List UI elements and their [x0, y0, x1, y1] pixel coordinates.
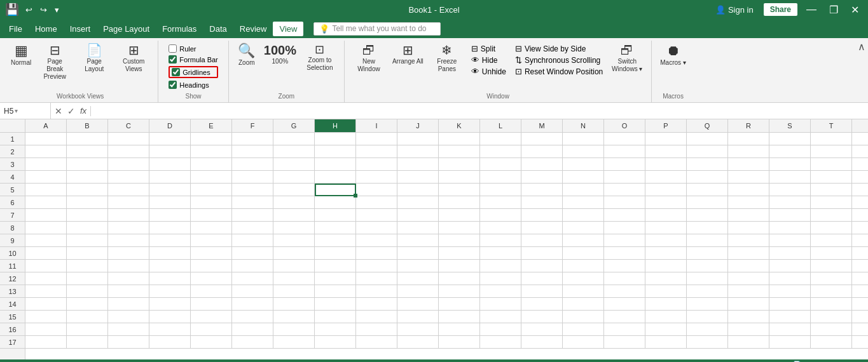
cell-17-2[interactable]: [67, 336, 108, 349]
cell-8-18[interactable]: [728, 222, 769, 234]
cell-17-13[interactable]: [521, 336, 563, 349]
cell-6-11[interactable]: [439, 196, 480, 209]
cell-9-12[interactable]: [480, 234, 521, 247]
cell-14-18[interactable]: [728, 298, 769, 311]
cell-5-21[interactable]: [852, 184, 868, 196]
cell-7-21[interactable]: [852, 209, 868, 222]
cell-4-15[interactable]: [604, 171, 645, 184]
cell-5-18[interactable]: [728, 184, 769, 196]
cell-10-5[interactable]: [191, 247, 232, 260]
cell-16-5[interactable]: [191, 323, 232, 336]
cell-7-11[interactable]: [439, 209, 480, 222]
cell-3-13[interactable]: [521, 158, 563, 171]
cell-1-1[interactable]: [25, 133, 67, 145]
cell-13-17[interactable]: [687, 285, 728, 298]
cell-7-19[interactable]: [769, 209, 811, 222]
cell-13-5[interactable]: [191, 285, 232, 298]
cell-8-5[interactable]: [191, 222, 232, 234]
cell-13-18[interactable]: [728, 285, 769, 298]
cell-1-9[interactable]: [356, 133, 397, 145]
cell-6-6[interactable]: [232, 196, 273, 209]
cell-13-8[interactable]: [315, 285, 356, 298]
cell-15-5[interactable]: [191, 311, 232, 323]
cell-10-15[interactable]: [604, 247, 645, 260]
col-header-d[interactable]: D: [149, 119, 191, 132]
reset-window-position-btn[interactable]: ⊡ Reset Window Position: [514, 66, 604, 77]
cell-10-2[interactable]: [67, 247, 108, 260]
cell-3-12[interactable]: [480, 158, 521, 171]
cell-8-4[interactable]: [149, 222, 191, 234]
cell-1-10[interactable]: [397, 133, 439, 145]
minimize-button[interactable]: —: [803, 4, 820, 15]
cell-9-17[interactable]: [687, 234, 728, 247]
cell-6-15[interactable]: [604, 196, 645, 209]
col-header-j[interactable]: J: [397, 119, 439, 132]
cell-4-3[interactable]: [108, 171, 149, 184]
cell-8-21[interactable]: [852, 222, 868, 234]
cell-10-14[interactable]: [563, 247, 604, 260]
cell-4-21[interactable]: [852, 171, 868, 184]
cell-12-11[interactable]: [439, 272, 480, 285]
cell-16-12[interactable]: [480, 323, 521, 336]
cell-9-15[interactable]: [604, 234, 645, 247]
row-header-14[interactable]: 14: [0, 298, 25, 311]
cell-14-8[interactable]: [315, 298, 356, 311]
cell-1-16[interactable]: [645, 133, 687, 145]
cell-15-1[interactable]: [25, 311, 67, 323]
cell-4-1[interactable]: [25, 171, 67, 184]
row-header-12[interactable]: 12: [0, 272, 25, 285]
cell-5-5[interactable]: [191, 184, 232, 196]
row-header-16[interactable]: 16: [0, 323, 25, 336]
cell-3-7[interactable]: [273, 158, 315, 171]
cell-7-2[interactable]: [67, 209, 108, 222]
cell-11-1[interactable]: [25, 260, 67, 272]
cell-7-10[interactable]: [397, 209, 439, 222]
cell-9-16[interactable]: [645, 234, 687, 247]
cell-15-11[interactable]: [439, 311, 480, 323]
row-header-8[interactable]: 8: [0, 222, 25, 234]
cell-8-10[interactable]: [397, 222, 439, 234]
cell-4-7[interactable]: [273, 171, 315, 184]
col-header-a[interactable]: A: [25, 119, 67, 132]
row-header-4[interactable]: 4: [0, 171, 25, 184]
col-header-q[interactable]: Q: [687, 119, 728, 132]
cell-2-7[interactable]: [273, 145, 315, 158]
cell-4-2[interactable]: [67, 171, 108, 184]
cell-6-12[interactable]: [480, 196, 521, 209]
cell-4-13[interactable]: [521, 171, 563, 184]
cell-3-19[interactable]: [769, 158, 811, 171]
cell-16-19[interactable]: [769, 323, 811, 336]
cell-6-10[interactable]: [397, 196, 439, 209]
cell-2-21[interactable]: [852, 145, 868, 158]
cell-6-5[interactable]: [191, 196, 232, 209]
cell-10-13[interactable]: [521, 247, 563, 260]
custom-views-btn[interactable]: ⊞ Custom Views: [114, 42, 153, 75]
col-header-n[interactable]: N: [563, 119, 604, 132]
cell-3-21[interactable]: [852, 158, 868, 171]
cell-12-4[interactable]: [149, 272, 191, 285]
cell-16-13[interactable]: [521, 323, 563, 336]
menu-file[interactable]: File: [3, 22, 29, 36]
cancel-formula-btn[interactable]: ✕: [53, 106, 64, 116]
cell-1-6[interactable]: [232, 133, 273, 145]
cell-17-3[interactable]: [108, 336, 149, 349]
cell-5-6[interactable]: [232, 184, 273, 196]
cell-3-11[interactable]: [439, 158, 480, 171]
cell-11-14[interactable]: [563, 260, 604, 272]
cell-9-19[interactable]: [769, 234, 811, 247]
cell-8-11[interactable]: [439, 222, 480, 234]
cell-5-3[interactable]: [108, 184, 149, 196]
cell-8-12[interactable]: [480, 222, 521, 234]
name-box-dropdown[interactable]: ▾: [15, 107, 18, 114]
cell-6-9[interactable]: [356, 196, 397, 209]
cell-2-16[interactable]: [645, 145, 687, 158]
page-break-preview-btn[interactable]: ⊟ Page Break Preview: [36, 42, 74, 83]
cell-10-11[interactable]: [439, 247, 480, 260]
cell-3-15[interactable]: [604, 158, 645, 171]
cell-2-14[interactable]: [563, 145, 604, 158]
col-header-s[interactable]: S: [769, 119, 811, 132]
cell-14-4[interactable]: [149, 298, 191, 311]
cell-1-20[interactable]: [811, 133, 852, 145]
cell-17-5[interactable]: [191, 336, 232, 349]
cell-11-2[interactable]: [67, 260, 108, 272]
